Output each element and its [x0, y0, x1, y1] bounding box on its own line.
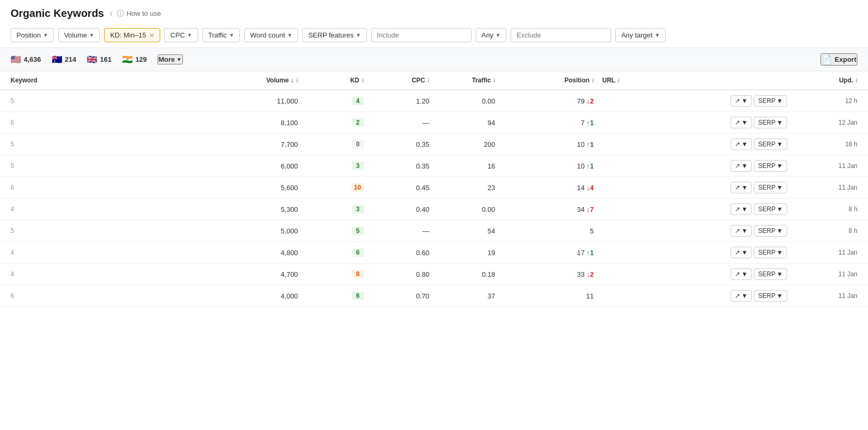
keyword-num-cell: 4	[0, 242, 219, 264]
chart-icon: ↗	[735, 249, 740, 256]
chart-button[interactable]: ↗ ▼	[731, 203, 752, 215]
volume-cell: 4,000	[219, 285, 302, 307]
chart-icon: ↗	[735, 184, 740, 191]
serp-button[interactable]: SERP ▼	[754, 95, 787, 107]
how-to-use-link[interactable]: ⓘ How to use	[117, 9, 161, 18]
serp-button[interactable]: SERP ▼	[754, 138, 787, 150]
export-label: Export	[835, 55, 856, 63]
position-filter-arrow: ▼	[43, 32, 48, 38]
keyword-num-cell: 5	[0, 134, 219, 155]
th-keyword: Keyword	[0, 71, 219, 90]
chart-dropdown-icon: ▼	[741, 249, 747, 256]
traffic-filter-arrow: ▼	[229, 32, 234, 38]
chart-button[interactable]: ↗ ▼	[731, 290, 752, 302]
kd-cell: 0	[302, 134, 368, 155]
upd-cell: 11 Jan	[791, 242, 868, 264]
serp-features-filter[interactable]: SERP features ▼	[302, 28, 367, 42]
chart-button[interactable]: ↗ ▼	[731, 182, 752, 193]
cpc-cell: —	[368, 220, 433, 242]
th-url: URL i	[598, 71, 686, 90]
word-count-filter[interactable]: Word count ▼	[244, 28, 298, 42]
url-cell	[598, 242, 686, 264]
chart-button[interactable]: ↗ ▼	[731, 138, 752, 150]
keyword-num-cell: 5	[0, 220, 219, 242]
table-row: 5 5,000 5 — 54 5 ↗ ▼ SERP ▼ 8 h	[0, 220, 868, 242]
traffic-cell: 37	[433, 285, 500, 307]
serp-button[interactable]: SERP ▼	[754, 290, 787, 302]
volume-cell: 6,000	[219, 155, 302, 177]
serp-button[interactable]: SERP ▼	[754, 225, 787, 237]
table-row: 4 5,300 3 0.40 0.00 34 ↓7 ↗ ▼ SERP ▼ 8 h	[0, 199, 868, 220]
th-kd[interactable]: KD i	[302, 71, 368, 90]
kd-filter-label: KD: Min–15	[110, 31, 146, 39]
how-to-use-label: How to use	[126, 10, 161, 17]
kd-filter[interactable]: KD: Min–15 ✕	[104, 28, 160, 42]
serp-button[interactable]: SERP ▼	[754, 268, 787, 280]
th-upd: Upd. i	[791, 71, 868, 90]
th-position[interactable]: Position i	[500, 71, 598, 90]
serp-button[interactable]: SERP ▼	[754, 203, 787, 215]
upd-cell: 8 h	[791, 220, 868, 242]
position-filter-label: Position	[16, 31, 41, 39]
th-cpc[interactable]: CPC i	[368, 71, 433, 90]
volume-filter-arrow: ▼	[89, 32, 95, 38]
serp-label: SERP	[758, 119, 775, 126]
chart-icon: ↗	[735, 141, 740, 148]
serp-button[interactable]: SERP ▼	[754, 182, 787, 193]
chart-button[interactable]: ↗ ▼	[731, 225, 752, 237]
kd-cell: 2	[302, 112, 368, 134]
kd-filter-close[interactable]: ✕	[149, 32, 154, 39]
traffic-filter[interactable]: Traffic ▼	[202, 28, 240, 42]
serp-button[interactable]: SERP ▼	[754, 117, 787, 128]
any-target-filter[interactable]: Any target ▼	[615, 28, 666, 42]
include-input[interactable]	[371, 28, 472, 42]
cpc-cell: 0.80	[368, 264, 433, 285]
kd-cell: 10	[302, 177, 368, 199]
exclude-input[interactable]	[511, 28, 611, 42]
actions-cell: ↗ ▼ SERP ▼	[686, 155, 791, 177]
position-filter[interactable]: Position ▼	[11, 28, 54, 42]
chart-button[interactable]: ↗ ▼	[731, 247, 752, 258]
keyword-num-cell: 6	[0, 285, 219, 307]
more-label: More	[159, 55, 175, 63]
chart-button[interactable]: ↗ ▼	[731, 117, 752, 128]
country-us[interactable]: 🇺🇸 4,636	[11, 54, 41, 64]
table-row: 4 4,800 6 0.60 19 17 ↑1 ↗ ▼ SERP ▼ 11 Ja…	[0, 242, 868, 264]
any-filter[interactable]: Any ▼	[476, 28, 506, 42]
chart-button[interactable]: ↗ ▼	[731, 95, 752, 107]
export-button[interactable]: 📄 Export	[820, 53, 857, 66]
country-gb[interactable]: 🇬🇧 161	[87, 54, 112, 64]
more-button[interactable]: More ▼	[158, 54, 183, 64]
serp-label: SERP	[758, 184, 775, 191]
cpc-filter[interactable]: CPC ▼	[164, 28, 198, 42]
chart-dropdown-icon: ▼	[741, 205, 747, 213]
volume-filter[interactable]: Volume ▼	[58, 28, 100, 42]
country-au[interactable]: 🇦🇺 214	[52, 54, 77, 64]
serp-button[interactable]: SERP ▼	[754, 160, 787, 172]
chart-dropdown-icon: ▼	[741, 270, 747, 278]
country-in[interactable]: 🇮🇳 129	[122, 54, 147, 64]
chart-button[interactable]: ↗ ▼	[731, 268, 752, 280]
serp-label: SERP	[758, 249, 775, 256]
keyword-num-cell: 6	[0, 177, 219, 199]
keywords-table: Keyword Volume ↓ i KD i CPC i Traffic i	[0, 71, 868, 307]
position-cell: 5	[500, 220, 598, 242]
traffic-cell: 23	[433, 177, 500, 199]
url-cell	[598, 199, 686, 220]
th-traffic[interactable]: Traffic i	[433, 71, 500, 90]
actions-cell: ↗ ▼ SERP ▼	[686, 199, 791, 220]
volume-cell: 4,700	[219, 264, 302, 285]
cpc-cell: 0.70	[368, 285, 433, 307]
traffic-cell: 19	[433, 242, 500, 264]
position-cell: 10 ↑1	[500, 155, 598, 177]
serp-button[interactable]: SERP ▼	[754, 247, 787, 258]
kd-badge: 6	[352, 248, 364, 257]
traffic-cell: 94	[433, 112, 500, 134]
chart-button[interactable]: ↗ ▼	[731, 160, 752, 172]
th-volume[interactable]: Volume ↓ i	[219, 71, 302, 90]
kd-cell: 6	[302, 285, 368, 307]
serp-label: SERP	[758, 97, 775, 105]
url-cell	[598, 285, 686, 307]
any-filter-label: Any	[482, 31, 493, 39]
serp-label: SERP	[758, 292, 775, 300]
